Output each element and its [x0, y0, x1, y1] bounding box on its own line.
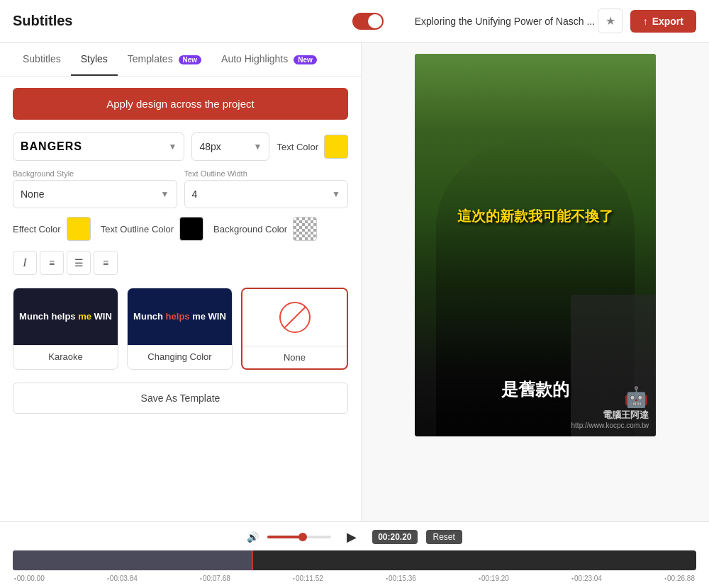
bg-color-item: Background Color: [213, 217, 317, 241]
text-outline-value: 4: [192, 188, 198, 200]
text-color-swatch[interactable]: [324, 135, 348, 159]
volume-slider[interactable]: [267, 536, 331, 538]
export-icon: ↑: [643, 16, 648, 27]
star-button[interactable]: ★: [598, 9, 623, 33]
timeline-section: 🔊 ▶ 00:20.20 Reset •00:00.00 •00:03.84 •…: [0, 521, 709, 588]
ts-3: •00:11.52: [293, 575, 323, 582]
reset-button[interactable]: Reset: [426, 530, 462, 544]
text-outline-color-label: Text Outline Color: [101, 224, 174, 234]
toggle-switch[interactable]: [352, 13, 384, 30]
video-subtitle-bottom: 是舊款的: [501, 378, 569, 401]
template-changing-color-label: Changing Color: [128, 345, 232, 368]
bg-style-arrow: ▼: [161, 189, 169, 199]
font-name-label: BANGERS: [21, 140, 82, 153]
tab-templates[interactable]: Templates New: [118, 43, 211, 76]
template-card-changing-color[interactable]: Munch helps me WIN Changing Color: [127, 288, 233, 370]
timeline-bar[interactable]: [13, 550, 696, 570]
font-size-select[interactable]: 48px ▼: [191, 132, 269, 161]
effect-color-item: Effect Color: [13, 217, 91, 241]
ts-5: •00:19.20: [479, 575, 509, 582]
tab-bar: Subtitles Styles Templates New Auto High…: [0, 43, 361, 77]
text-outline-color-item: Text Outline Color: [101, 217, 203, 241]
template-card-none[interactable]: None: [241, 288, 348, 370]
template-card-list: Munch helps me WIN Karaoke Munch helps m…: [13, 288, 348, 370]
time-display: 00:20.20: [372, 530, 417, 544]
template-none-label: None: [242, 346, 347, 368]
video-subtitle-top: 這次的新款我可能不換了: [457, 207, 613, 226]
apply-design-button[interactable]: Apply design across the project: [13, 88, 348, 120]
italic-button[interactable]: I: [13, 251, 37, 275]
effect-color-swatch[interactable]: [67, 217, 91, 241]
background-style-label: Background Style: [13, 169, 177, 178]
align-center-button[interactable]: ☰: [67, 251, 91, 275]
effect-color-label: Effect Color: [13, 224, 61, 234]
ts-2: •00:07.68: [200, 575, 230, 582]
play-button[interactable]: ▶: [347, 529, 357, 545]
font-size-label: 48px: [199, 141, 220, 152]
page-title: Subtitles: [13, 13, 199, 29]
align-right-button[interactable]: ≡: [94, 251, 118, 275]
timeline-timestamps: •00:00.00 •00:03.84 •00:07.68 •00:11.52 …: [13, 575, 696, 582]
bg-color-swatch[interactable]: [293, 217, 317, 241]
text-outline-select[interactable]: 4 ▼: [184, 180, 349, 208]
alignment-controls: I ≡ ☰ ≡: [13, 251, 348, 275]
tab-styles[interactable]: Styles: [71, 43, 118, 76]
video-title: Exploring the Unifying Power of Nasch ..…: [412, 16, 598, 27]
volume-icon[interactable]: 🔊: [247, 531, 259, 543]
font-size-arrow: ▼: [254, 142, 262, 152]
ts-0: •00:00.00: [14, 575, 45, 582]
tab-auto-highlights[interactable]: Auto Highlights New: [211, 43, 327, 76]
align-left-button[interactable]: ≡: [40, 251, 64, 275]
ts-4: •00:15.36: [386, 575, 416, 582]
template-karaoke-label: Karaoke: [13, 345, 118, 368]
export-button[interactable]: ↑ Export: [630, 10, 696, 33]
text-outline-color-swatch[interactable]: [179, 217, 203, 241]
font-family-select[interactable]: BANGERS ▼: [13, 132, 184, 161]
ts-7: •00:26.88: [664, 575, 695, 582]
background-style-value: None: [21, 188, 44, 200]
video-preview: 這次的新款我可能不換了 是舊款的 🤖 電腦王阿達 http://www.kocp…: [415, 54, 656, 436]
tab-subtitles[interactable]: Subtitles: [13, 43, 71, 76]
save-template-button[interactable]: Save As Template: [13, 383, 348, 414]
text-outline-label: Text Outline Width: [184, 169, 349, 178]
template-card-karaoke[interactable]: Munch helps me WIN Karaoke: [13, 288, 118, 370]
bg-color-label: Background Color: [213, 224, 287, 234]
background-style-select[interactable]: None ▼: [13, 180, 177, 208]
ts-1: •00:03.84: [107, 575, 138, 582]
text-color-label: Text Color: [277, 142, 318, 152]
text-outline-arrow: ▼: [332, 189, 340, 199]
font-select-arrow: ▼: [169, 142, 177, 152]
watermark: 🤖 電腦王阿達 http://www.kocpc.com.tw: [571, 385, 649, 429]
ts-6: •00:23.04: [571, 575, 602, 582]
